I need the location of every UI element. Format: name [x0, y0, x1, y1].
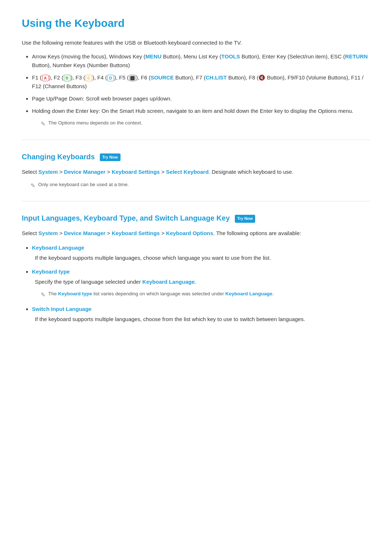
keyboard-type-desc: Specify the type of language selected un… — [32, 278, 370, 286]
list-item-pageupdown: Page Up/Page Down: Scroll web browser pa… — [32, 94, 370, 103]
note-options-text: The Options menu depends on the context. — [48, 119, 142, 127]
feature-list: Arrow Keys (moving the focus), Windows K… — [32, 52, 370, 129]
list-item-keyboard-language: Keyboard Language If the keyboard suppor… — [32, 243, 370, 262]
try-now-badge-1[interactable]: Try Now — [100, 153, 121, 161]
key-b: B — [64, 75, 70, 81]
section-divider-2 — [22, 201, 370, 201]
system-link-1[interactable]: System — [38, 169, 58, 175]
section2-title: Input Languages, Keyboard Type, and Swit… — [22, 212, 370, 224]
system-link-2[interactable]: System — [38, 230, 58, 236]
source-label: SOURCE — [151, 74, 174, 81]
return-label: RETURN — [345, 53, 368, 59]
keyboard-language-desc: If the keyboard supports multiple langua… — [32, 254, 370, 262]
keyboard-type-note: ✎ The Keyboard type list varies dependin… — [41, 290, 370, 300]
input-languages-section: Input Languages, Keyboard Type, and Swit… — [22, 212, 370, 324]
keyboard-options-list: Keyboard Language If the keyboard suppor… — [22, 243, 370, 324]
pencil-icon: ✎ — [41, 119, 45, 129]
try-now-badge-2[interactable]: Try Now — [235, 215, 256, 223]
keyboard-type-label: Keyboard type — [32, 268, 70, 275]
section2-path: Select System > Device Manager > Keyboar… — [22, 229, 370, 238]
list-item-switch-input: Switch Input Language If the keyboard su… — [32, 305, 370, 324]
tools-label: TOOLS — [221, 53, 240, 59]
pencil-icon-2: ✎ — [30, 181, 35, 190]
keyboard-options-link[interactable]: Keyboard Options — [166, 230, 213, 236]
list-item-fkeys: F1 (A), F2 (B), F3 (C), F4 (D), F5 (⬛), … — [32, 73, 370, 91]
section1-note: ✎ Only one keyboard can be used at a tim… — [30, 181, 370, 190]
list-item-keyboard-type: Keyboard type Specify the type of langua… — [32, 267, 370, 300]
changing-keyboards-section: Changing Keyboards Try Now Select System… — [22, 151, 370, 190]
key-d: D — [107, 75, 114, 81]
page-title: Using the Keyboard — [22, 15, 370, 32]
keyboard-settings-link-1[interactable]: Keyboard Settings — [112, 169, 160, 175]
key-c: C — [86, 75, 92, 81]
keyboard-language-label: Keyboard Language — [32, 245, 84, 251]
switch-input-language-label: Switch Input Language — [32, 306, 91, 312]
keyboard-type-note-text: The Keyboard type list varies depending … — [48, 290, 274, 298]
key-f5: ⬛ — [129, 75, 136, 81]
keyboard-language-ref-1: Keyboard Language — [142, 279, 195, 285]
device-manager-link-2[interactable]: Device Manager — [64, 230, 105, 236]
list-item-holdenter: Holding down the Enter key: On the Smart… — [32, 107, 370, 129]
select-keyboard-link[interactable]: Select Keyboard — [166, 169, 209, 175]
device-manager-link-1[interactable]: Device Manager — [64, 169, 105, 175]
keyboard-type-ref: Keyboard type — [58, 291, 92, 296]
pencil-icon-3: ✎ — [41, 290, 45, 300]
section1-note-text: Only one keyboard can be used at a time. — [38, 181, 129, 189]
keyboard-language-ref-2: Keyboard Language — [225, 291, 273, 296]
keyboard-settings-link-2[interactable]: Keyboard Settings — [112, 230, 160, 236]
section1-title: Changing Keyboards Try Now — [22, 151, 370, 163]
intro-text: Use the following remote features with t… — [22, 38, 370, 47]
chlist-label: CH.LIST — [205, 74, 226, 81]
menu-label: MENU — [146, 53, 162, 59]
list-item-arrow: Arrow Keys (moving the focus), Windows K… — [32, 52, 370, 70]
section-divider-1 — [22, 140, 370, 140]
switch-input-language-desc: If the keyboard supports multiple langua… — [32, 315, 370, 324]
key-a: A — [42, 75, 49, 81]
note-options-context: ✎ The Options menu depends on the contex… — [41, 119, 370, 129]
section1-path: Select System > Device Manager > Keyboar… — [22, 168, 370, 176]
